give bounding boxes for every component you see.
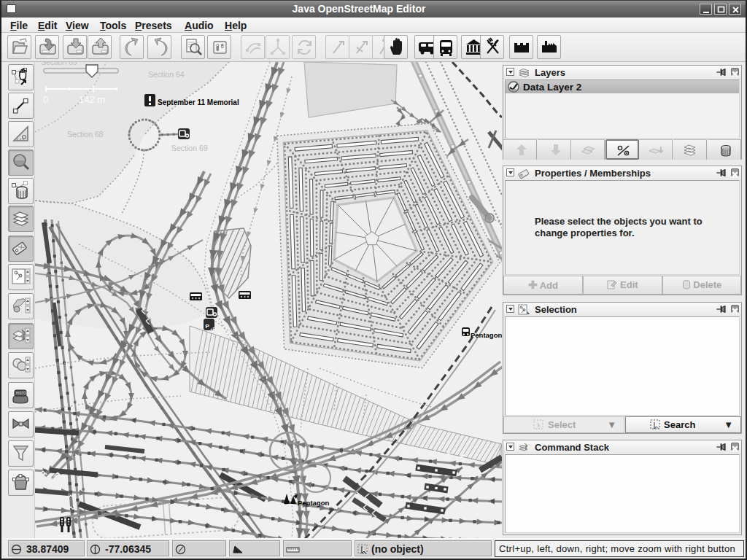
svg-text:0: 0 <box>43 94 48 105</box>
svg-text:Pentagon: Pentagon <box>471 331 502 339</box>
svg-text:Section 69: Section 69 <box>171 144 208 152</box>
svg-text:+R: +R <box>210 327 217 331</box>
svg-text:Pentagon: Pentagon <box>298 499 329 507</box>
svg-text:Section 65: Section 65 <box>41 62 77 66</box>
svg-text:P: P <box>206 323 210 330</box>
svg-text:September 11 Memorial: September 11 Memorial <box>158 98 239 106</box>
svg-text:Section 64: Section 64 <box>148 70 185 79</box>
svg-text:HISTORY: HISTORY <box>16 392 31 395</box>
svg-text:Section 68: Section 68 <box>67 130 104 139</box>
svg-text:142 m: 142 m <box>79 94 105 105</box>
